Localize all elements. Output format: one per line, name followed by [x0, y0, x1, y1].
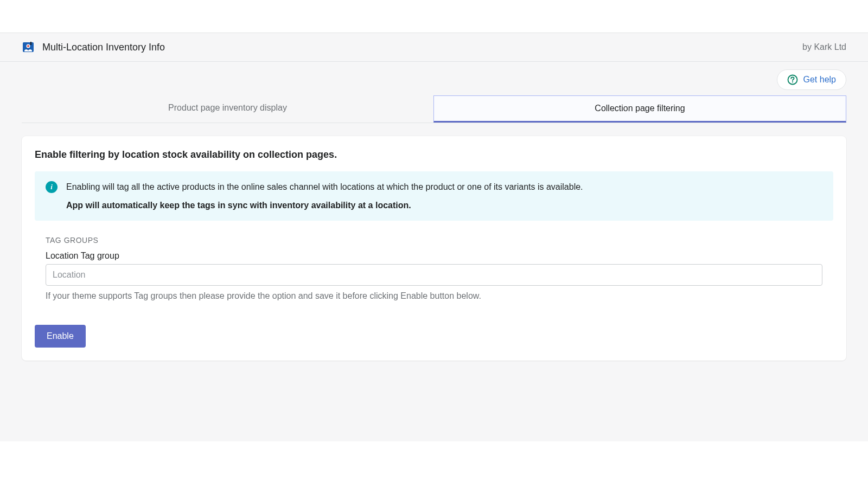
- tab-product-page[interactable]: Product page inventory display: [22, 95, 433, 123]
- help-icon: [787, 74, 798, 85]
- location-tag-group-input[interactable]: [46, 264, 822, 286]
- top-spacer: [0, 0, 868, 33]
- app-title: Multi-Location Inventory Info: [42, 42, 165, 53]
- help-row: Get help: [0, 62, 868, 95]
- tag-groups-label: TAG GROUPS: [46, 236, 822, 245]
- info-line1: Enabling will tag all the active product…: [66, 182, 583, 191]
- svg-rect-3: [30, 42, 31, 45]
- location-tag-group-label: Location Tag group: [46, 251, 822, 261]
- enable-button[interactable]: Enable: [35, 325, 86, 348]
- info-banner: i Enabling will tag all the active produ…: [35, 171, 833, 221]
- settings-card: Enable filtering by location stock avail…: [22, 136, 846, 361]
- get-help-button[interactable]: Get help: [777, 69, 846, 90]
- app-header: Multi-Location Inventory Info by Kark Lt…: [0, 33, 868, 62]
- helper-text: If your theme supports Tag groups then p…: [46, 291, 822, 301]
- info-line2: App will automatically keep the tags in …: [66, 198, 583, 213]
- header-left: Multi-Location Inventory Info: [22, 41, 165, 54]
- svg-point-5: [792, 81, 793, 82]
- content-area: Get help Product page inventory display …: [0, 62, 868, 441]
- tab-collection-filtering[interactable]: Collection page filtering: [433, 95, 846, 123]
- card-title: Enable filtering by location stock avail…: [35, 149, 833, 160]
- tabs: Product page inventory display Collectio…: [22, 95, 846, 123]
- svg-point-2: [27, 45, 29, 47]
- vendor-label: by Kark Ltd: [802, 42, 846, 52]
- help-label: Get help: [803, 75, 836, 85]
- app-icon: [22, 41, 35, 54]
- info-text: Enabling will tag all the active product…: [66, 180, 583, 212]
- info-icon-glyph: i: [50, 183, 53, 191]
- info-icon: i: [46, 181, 58, 193]
- form-section: TAG GROUPS Location Tag group If your th…: [35, 236, 833, 301]
